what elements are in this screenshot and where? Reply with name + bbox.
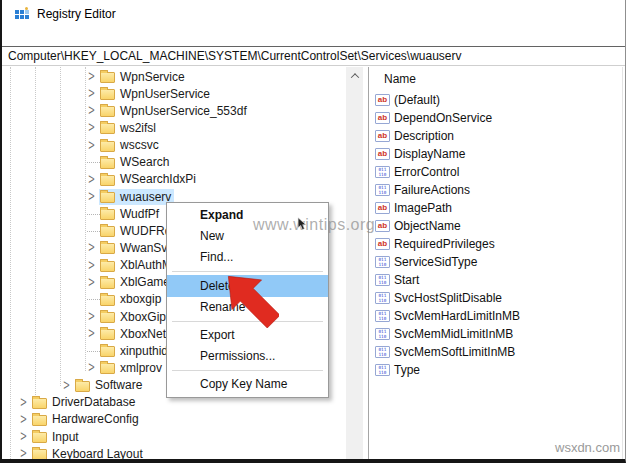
expander-icon[interactable] <box>84 206 99 221</box>
tree-item[interactable]: ws2ifsl <box>2 119 346 136</box>
expander-icon[interactable] <box>84 86 99 101</box>
address-bar[interactable]: Computer\HKEY_LOCAL_MACHINE\SYSTEM\Curre… <box>2 46 625 66</box>
expander-icon[interactable] <box>84 343 99 358</box>
tree-item[interactable]: WpnUserService <box>2 85 346 102</box>
registry-value-row[interactable]: ErrorControl <box>370 163 625 181</box>
expander-icon[interactable] <box>84 326 99 341</box>
value-type-icon <box>375 148 390 160</box>
value-type-icon <box>375 328 390 340</box>
value-type-icon <box>375 346 390 358</box>
expander-icon[interactable] <box>84 103 99 118</box>
expander-icon[interactable] <box>84 172 99 187</box>
value-name: SvcHostSplitDisable <box>394 291 502 305</box>
expander-icon[interactable] <box>84 189 99 204</box>
expander-icon[interactable] <box>84 360 99 375</box>
values-pane: Name (Default) DependOnService Descripti… <box>370 67 625 459</box>
title-bar: Registry Editor <box>2 0 625 28</box>
value-type-icon <box>375 238 390 250</box>
registry-value-row[interactable]: Description <box>370 127 625 145</box>
tree-item[interactable]: WSearchIdxPi <box>2 171 346 188</box>
folder-icon <box>32 398 47 409</box>
tree-item-label: WpnUserService_553df <box>120 104 247 118</box>
expander-icon[interactable] <box>84 223 99 238</box>
expander-icon[interactable] <box>84 120 99 135</box>
expander-icon[interactable] <box>84 275 99 290</box>
value-name: ErrorControl <box>394 165 459 179</box>
registry-value-row[interactable]: ServiceSidType <box>370 253 625 271</box>
folder-icon <box>100 363 115 374</box>
tree-item[interactable]: Input <box>2 428 346 445</box>
registry-editor-window: Registry Editor Computer\HKEY_LOCAL_MACH… <box>0 0 626 463</box>
tree-item[interactable]: WpnService <box>2 68 346 85</box>
value-type-icon <box>375 274 390 286</box>
registry-value-row[interactable]: Type <box>370 361 625 379</box>
expander-icon[interactable] <box>84 69 99 84</box>
expander-icon[interactable] <box>84 138 99 153</box>
expander-icon[interactable] <box>84 155 99 170</box>
tree-item[interactable]: WpnUserService_553df <box>2 102 346 119</box>
registry-value-row[interactable]: DisplayName <box>370 145 625 163</box>
value-type-icon <box>375 220 390 232</box>
red-arrow-annotation <box>223 264 279 334</box>
tree-item[interactable]: Keyboard Layout <box>2 445 346 459</box>
context-menu-item[interactable]: Permissions... <box>167 346 328 367</box>
chevron-up-icon <box>350 73 358 81</box>
folder-icon <box>75 381 90 392</box>
tree-item-label: Keyboard Layout <box>52 447 143 459</box>
name-column-header[interactable]: Name <box>370 67 625 91</box>
menu-bar-item[interactable] <box>4 28 18 46</box>
registry-value-row[interactable]: ImagePath <box>370 199 625 217</box>
registry-value-row[interactable]: SvcMemHardLimitInMB <box>370 307 625 325</box>
expander-icon[interactable] <box>16 446 31 459</box>
registry-value-row[interactable]: DependOnService <box>370 109 625 127</box>
registry-value-row[interactable]: RequiredPrivileges <box>370 235 625 253</box>
value-type-icon <box>375 256 390 268</box>
mouse-cursor-icon <box>297 217 307 231</box>
context-menu-item[interactable]: Copy Key Name <box>167 374 328 395</box>
tree-item[interactable]: wscsvc <box>2 137 346 154</box>
folder-icon <box>100 226 115 237</box>
window-title: Registry Editor <box>37 7 116 21</box>
tree-item[interactable]: WSearch <box>2 154 346 171</box>
folder-icon <box>100 175 115 186</box>
folder-icon <box>100 192 115 203</box>
folder-icon <box>100 158 115 169</box>
expander-icon[interactable] <box>59 378 74 393</box>
expander-icon[interactable] <box>84 240 99 255</box>
pane-divider[interactable] <box>368 67 369 459</box>
expander-icon[interactable] <box>16 412 31 427</box>
folder-icon <box>100 72 115 83</box>
expander-icon[interactable] <box>84 258 99 273</box>
menu-bar-item[interactable] <box>18 28 32 46</box>
watermark-wsxdn: wsxdn.com <box>555 440 620 455</box>
menu-bar-item[interactable] <box>60 28 74 46</box>
folder-icon <box>100 106 115 117</box>
menu-bar-item[interactable] <box>46 28 60 46</box>
tree-item[interactable]: HardwareConfig <box>2 411 346 428</box>
value-name: (Default) <box>394 93 440 107</box>
registry-value-row[interactable]: SvcMemMidLimitInMB <box>370 325 625 343</box>
value-name: FailureActions <box>394 183 470 197</box>
registry-value-row[interactable]: (Default) <box>370 91 625 109</box>
value-name: SvcMemMidLimitInMB <box>394 327 513 341</box>
expander-icon[interactable] <box>16 429 31 444</box>
value-type-icon <box>375 202 390 214</box>
registry-value-row[interactable]: Start <box>370 271 625 289</box>
tree-item-label: Software <box>95 378 142 392</box>
registry-value-row[interactable]: ObjectName <box>370 217 625 235</box>
value-name: Description <box>394 129 454 143</box>
value-name: ServiceSidType <box>394 255 477 269</box>
tree-scrollbar[interactable] <box>346 67 363 459</box>
column-divider[interactable] <box>622 67 623 459</box>
expander-icon[interactable] <box>84 309 99 324</box>
expander-icon[interactable] <box>16 395 31 410</box>
registry-value-row[interactable]: FailureActions <box>370 181 625 199</box>
expander-icon[interactable] <box>84 292 99 307</box>
scroll-up-button[interactable] <box>346 67 363 84</box>
value-type-icon <box>375 166 390 178</box>
tree-item-label: ws2ifsl <box>120 121 156 135</box>
menu-bar-item[interactable] <box>32 28 46 46</box>
registry-value-row[interactable]: SvcHostSplitDisable <box>370 289 625 307</box>
registry-value-row[interactable]: SvcMemSoftLimitInMB <box>370 343 625 361</box>
folder-icon <box>100 209 115 220</box>
